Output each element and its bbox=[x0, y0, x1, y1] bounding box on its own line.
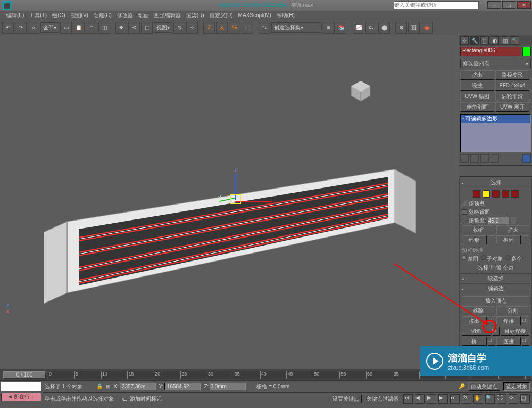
remove-mod-button[interactable] bbox=[491, 154, 499, 163]
script-listener[interactable] bbox=[1, 382, 41, 391]
rollout-selection-title[interactable]: 选择 bbox=[460, 178, 531, 187]
menu-create[interactable]: 创建(C) bbox=[92, 12, 114, 19]
render-setup-button[interactable]: ⚙ bbox=[395, 22, 407, 34]
coord-z[interactable] bbox=[210, 383, 246, 390]
mod-uvwunwrap[interactable]: UVW 展开 bbox=[495, 102, 529, 112]
show-end-result-button[interactable] bbox=[470, 154, 479, 163]
ref-coord-combo[interactable]: 视图 ▾ bbox=[154, 22, 172, 33]
row-indicator[interactable]: ◄ 所在行： bbox=[1, 393, 41, 401]
app-menu[interactable]: ⬛ bbox=[2, 1, 12, 10]
weld-button[interactable]: 焊接 bbox=[496, 316, 521, 325]
menu-help[interactable]: 帮助(H) bbox=[275, 12, 297, 19]
gizmo-xy-plane[interactable] bbox=[230, 194, 241, 204]
weld-settings-button[interactable]: □ bbox=[522, 316, 529, 325]
help-search[interactable] bbox=[394, 1, 479, 9]
modifier-stack[interactable]: ▫ 可编辑多边形 bbox=[460, 114, 531, 152]
menu-edit[interactable]: 编辑(E) bbox=[4, 12, 26, 19]
pivot-button[interactable]: ⊙ bbox=[173, 22, 185, 34]
scale-button[interactable]: ◱ bbox=[141, 22, 153, 34]
object-color-swatch[interactable] bbox=[522, 47, 531, 56]
setkey-button[interactable]: 设置关键点 bbox=[330, 395, 362, 403]
minimize-button[interactable]: ─ bbox=[487, 1, 501, 9]
manipulate-button[interactable]: ✧ bbox=[186, 22, 198, 34]
menu-maxscript[interactable]: MAXScript(M) bbox=[236, 12, 273, 18]
by-angle-spinner[interactable] bbox=[488, 217, 509, 224]
tab-modify[interactable]: 🔧 bbox=[470, 36, 479, 45]
loop-button[interactable]: 循环 bbox=[496, 235, 521, 244]
autokey-button[interactable]: 自动关键点 bbox=[468, 382, 500, 391]
radio-multi[interactable] bbox=[505, 255, 510, 260]
insert-vertex-button[interactable]: 插入顶点 bbox=[462, 296, 529, 305]
make-unique-button[interactable] bbox=[480, 154, 489, 163]
layers-button[interactable]: 📚 bbox=[336, 22, 347, 34]
tab-utilities[interactable]: 🔨 bbox=[511, 36, 519, 45]
tab-display[interactable]: ▥ bbox=[501, 36, 509, 45]
maximize-button[interactable]: □ bbox=[502, 1, 516, 9]
coord-y[interactable] bbox=[164, 383, 201, 390]
redo-button[interactable]: ↷ bbox=[15, 22, 27, 34]
ring-spin[interactable] bbox=[488, 235, 495, 244]
subobj-edge[interactable] bbox=[483, 190, 490, 198]
subobj-border[interactable] bbox=[492, 190, 500, 198]
mod-pathdeform[interactable]: 路径变形 bbox=[495, 70, 529, 80]
select-button[interactable]: ▭ bbox=[60, 22, 72, 34]
subobj-element[interactable] bbox=[511, 190, 519, 198]
object-name-field[interactable]: Rectangle006 bbox=[460, 47, 521, 56]
transform-type-in-icon[interactable]: ⊞ bbox=[106, 383, 110, 389]
rollout-edit-edges-title[interactable]: 编辑边 bbox=[460, 284, 531, 293]
curve-editor-button[interactable]: 📈 bbox=[353, 22, 364, 34]
align-button[interactable]: ≡ bbox=[323, 22, 335, 34]
prev-frame-button[interactable]: ◀ bbox=[415, 394, 425, 404]
tab-create[interactable]: ✧ bbox=[460, 36, 469, 45]
split-button[interactable]: 分割 bbox=[496, 306, 530, 315]
chk-by-angle[interactable] bbox=[462, 218, 467, 223]
keyfilter-button[interactable]: 关键点过滤器 bbox=[364, 395, 401, 403]
move-button[interactable]: ✥ bbox=[115, 22, 127, 34]
max-viewport-button[interactable]: ◱ bbox=[520, 394, 530, 404]
menu-views[interactable]: 视图(V) bbox=[69, 12, 90, 19]
subobj-vertex[interactable] bbox=[473, 190, 480, 198]
menu-rendering[interactable]: 渲染(R) bbox=[184, 12, 206, 19]
mirror-button[interactable]: ⇋ bbox=[259, 22, 270, 34]
goto-end-button[interactable]: ⏭ bbox=[450, 394, 460, 404]
rotate-button[interactable]: ⟲ bbox=[128, 22, 140, 34]
zoom-button[interactable]: 🔍 bbox=[485, 394, 495, 404]
snap-angle-button[interactable]: ∡ bbox=[216, 22, 228, 34]
key-target-combo[interactable]: 选定对象 bbox=[503, 382, 530, 391]
mod-ffd[interactable]: FFD 4x4x4 bbox=[495, 81, 529, 91]
tab-motion[interactable]: ◐ bbox=[491, 36, 499, 45]
play-button[interactable]: ▶ bbox=[427, 394, 436, 404]
lock-icon[interactable]: 🔒 bbox=[96, 383, 103, 389]
time-config-button[interactable]: ⏱ bbox=[462, 394, 471, 404]
timeslider-thumb[interactable]: 0 / 100 bbox=[3, 371, 46, 379]
render-button[interactable]: 🫖 bbox=[421, 22, 433, 34]
connect-button[interactable]: 连接 bbox=[496, 337, 521, 346]
bridge-settings-button[interactable]: □ bbox=[488, 337, 495, 346]
chk-ignore-back[interactable] bbox=[462, 209, 467, 215]
subobj-polygon[interactable] bbox=[502, 190, 509, 198]
next-frame-button[interactable]: ▶ bbox=[438, 394, 448, 404]
orbit-button[interactable]: ⟳ bbox=[509, 394, 518, 404]
menu-modifiers[interactable]: 修改器 bbox=[115, 12, 135, 19]
snap-spinner-button[interactable]: ⬚ bbox=[242, 22, 253, 34]
snap-2d-button[interactable]: 2 bbox=[203, 22, 215, 34]
viewcube[interactable] bbox=[348, 78, 373, 103]
pin-stack-button[interactable] bbox=[460, 154, 469, 163]
stack-editable-poly[interactable]: ▫ 可编辑多边形 bbox=[461, 115, 530, 123]
menu-customize[interactable]: 自定义(U) bbox=[207, 12, 235, 19]
chk-by-vertex[interactable] bbox=[462, 201, 467, 206]
modifier-list-combo[interactable]: 修改器列表▾ bbox=[460, 59, 531, 68]
time-tag-button[interactable]: 添加时间标记 bbox=[130, 395, 162, 403]
grow-button[interactable]: 扩大 bbox=[496, 225, 530, 234]
radio-subobj[interactable] bbox=[481, 255, 486, 260]
mod-uvwmap[interactable]: UVW 贴图 bbox=[460, 92, 494, 101]
mod-extrude[interactable]: 挤出 bbox=[460, 70, 494, 80]
mod-turbosmooth[interactable]: 涡轮平滑 bbox=[495, 92, 529, 101]
connect-settings-button[interactable]: □ bbox=[522, 337, 529, 346]
link-button[interactable]: ∝ bbox=[28, 22, 39, 34]
zoom-extents-button[interactable]: ⛶ bbox=[497, 394, 506, 404]
menu-tools[interactable]: 工具(T) bbox=[27, 12, 49, 19]
pan-button[interactable]: ✋ bbox=[473, 394, 483, 404]
window-crossing-button[interactable]: ◫ bbox=[98, 22, 110, 34]
rollout-soft-title[interactable]: +软选择 bbox=[460, 274, 531, 283]
